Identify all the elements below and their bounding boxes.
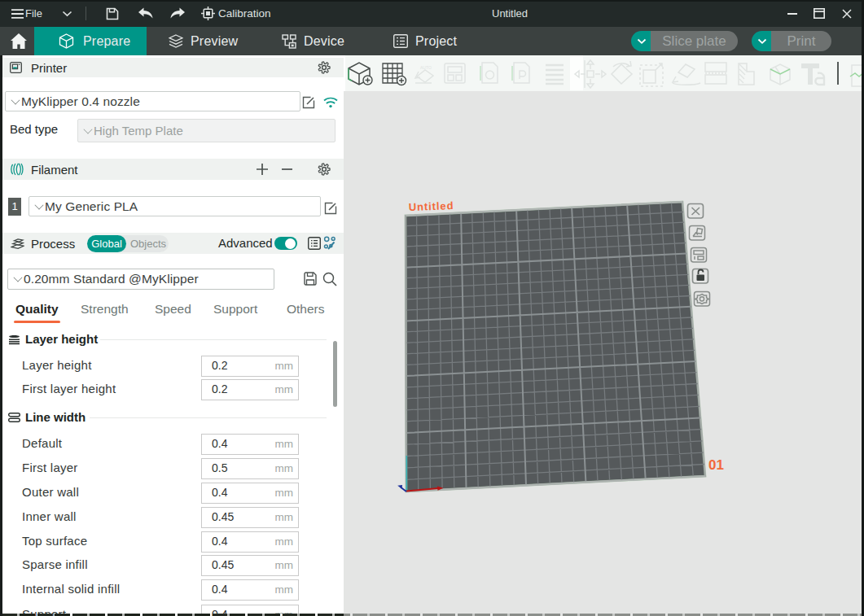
svg-text:01: 01 xyxy=(708,457,724,473)
svg-text:AUTO: AUTO xyxy=(420,65,432,70)
svg-text:Untitled: Untitled xyxy=(409,199,454,213)
